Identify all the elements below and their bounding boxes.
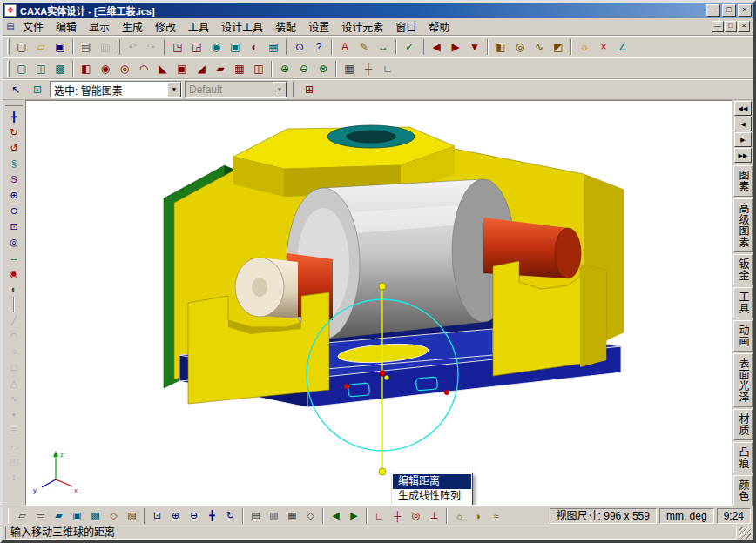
3d-viewport[interactable]: z x y 编辑距离生成线性阵列 bbox=[25, 100, 732, 506]
feature-block-icon[interactable]: ◧ bbox=[77, 60, 96, 77]
axis-toggle-icon[interactable]: ∟ bbox=[370, 507, 388, 524]
stamp-icon[interactable]: ◉ bbox=[206, 38, 226, 56]
helix-icon[interactable]: § bbox=[4, 156, 24, 171]
3dball-center-yellow[interactable] bbox=[384, 375, 388, 379]
mdi-minimize-button[interactable]: — bbox=[712, 21, 724, 32]
menu-item[interactable]: 设置 bbox=[302, 17, 335, 36]
snapshot-icon[interactable]: ▣ bbox=[226, 38, 245, 56]
panel-last-button[interactable]: ▶▶ bbox=[734, 148, 752, 163]
context-menu-item[interactable]: 编辑距离 bbox=[393, 474, 471, 489]
view-next-icon[interactable]: ▶ bbox=[446, 38, 465, 56]
spin-tool-icon[interactable]: ↺ bbox=[4, 140, 24, 156]
box-select-icon[interactable]: ▩ bbox=[51, 60, 70, 77]
close-button[interactable]: × bbox=[738, 4, 752, 17]
hidden-line-icon[interactable]: ▭ bbox=[31, 507, 50, 524]
menu-item[interactable]: 工具 bbox=[182, 17, 215, 36]
point-tool-icon[interactable]: • bbox=[4, 406, 24, 422]
menu-item[interactable]: 设计工具 bbox=[215, 17, 269, 36]
title-bar[interactable]: ❖ CAXA实体设计 - [三维工装.ics] —□× bbox=[3, 3, 753, 18]
catalog-tab[interactable]: 表面光泽 bbox=[733, 353, 753, 407]
sketch-icon[interactable]: ✎ bbox=[354, 38, 374, 56]
save-icon[interactable]: ▣ bbox=[51, 38, 70, 56]
view-iso-icon[interactable]: ◇ bbox=[301, 507, 320, 524]
new-file-icon[interactable]: ▢ bbox=[12, 38, 31, 56]
toolbar-grip[interactable] bbox=[8, 508, 10, 524]
pointer-icon[interactable]: ↖ bbox=[6, 81, 25, 98]
catalog-tab[interactable]: 钣金 bbox=[733, 254, 753, 285]
arc-tool-icon[interactable]: ◠ bbox=[4, 328, 24, 344]
texture-icon[interactable]: ▦ bbox=[264, 38, 283, 56]
menu-item[interactable]: 编辑 bbox=[50, 17, 83, 36]
menu-item[interactable]: 窗口 bbox=[389, 17, 422, 36]
loft-icon[interactable]: ◩ bbox=[549, 38, 568, 56]
toolbar-grip[interactable] bbox=[7, 61, 10, 77]
feature-rib-icon[interactable]: ▰ bbox=[211, 60, 230, 77]
snap-icon[interactable]: ┼ bbox=[359, 60, 378, 77]
menu-item[interactable]: 设计元素 bbox=[335, 17, 389, 36]
toolbar-grip[interactable] bbox=[7, 39, 10, 55]
shadow-toggle-icon[interactable]: ◑ bbox=[469, 507, 487, 524]
circle-tool-icon[interactable]: ○ bbox=[4, 344, 24, 359]
light-toggle-icon[interactable]: ☼ bbox=[450, 507, 469, 524]
feature-chamfer-icon[interactable]: ◣ bbox=[153, 60, 172, 77]
style-dropdown[interactable]: Default ▼ bbox=[185, 81, 287, 98]
pick-mode-icon[interactable]: ⊡ bbox=[28, 81, 47, 98]
menu-item[interactable]: 修改 bbox=[149, 17, 182, 36]
spline-tool-icon[interactable]: ∿ bbox=[4, 391, 24, 406]
catalog-tab[interactable]: 凸痕 bbox=[733, 442, 753, 473]
target-point-icon[interactable]: ◉ bbox=[4, 265, 24, 281]
text-tool-icon[interactable]: A bbox=[335, 38, 354, 56]
maximize-button[interactable]: □ bbox=[722, 4, 736, 17]
render-mode-icon[interactable]: ◐ bbox=[245, 38, 264, 56]
catalog-tab[interactable]: 图素 bbox=[733, 165, 753, 197]
sweep-icon[interactable]: ∿ bbox=[530, 38, 549, 56]
selection-type-dropdown[interactable]: 选中: 智能图素 ▼ bbox=[50, 81, 182, 98]
select-filter-icon[interactable]: ▢ bbox=[12, 60, 31, 77]
print-icon[interactable]: ▤ bbox=[77, 38, 96, 56]
catalog-tab[interactable]: 动画 bbox=[733, 320, 753, 352]
panel-first-button[interactable]: ◀◀ bbox=[734, 101, 752, 116]
menu-item[interactable]: 显示 bbox=[83, 17, 116, 36]
delete-icon[interactable]: × bbox=[594, 38, 613, 56]
context-menu-item[interactable]: 生成线性阵列 bbox=[393, 489, 471, 504]
zoom-in-view-icon[interactable]: ⊕ bbox=[166, 507, 185, 524]
3dball-center-point[interactable] bbox=[380, 371, 385, 376]
grid-toggle-icon[interactable]: ┼ bbox=[388, 507, 407, 524]
smart-select-icon[interactable]: ◫ bbox=[31, 60, 51, 77]
move-3dball-icon[interactable]: ╋ bbox=[4, 109, 24, 124]
measure-icon[interactable]: ∠ bbox=[613, 38, 632, 56]
perspective-icon[interactable]: ◇ bbox=[105, 507, 123, 524]
rotate-tool-icon[interactable]: ↻ bbox=[4, 124, 24, 140]
offset-tool-icon[interactable]: ≡ bbox=[4, 422, 24, 438]
panel-prev-button[interactable]: ◀ bbox=[734, 117, 752, 131]
panel-next-button[interactable]: ▶ bbox=[734, 132, 752, 147]
view-front-icon[interactable]: ▤ bbox=[246, 507, 265, 524]
open-file-icon[interactable]: ▱ bbox=[31, 38, 51, 56]
confirm-check-icon[interactable]: ✓ bbox=[400, 38, 419, 56]
mdi-restore-button[interactable]: □ bbox=[725, 21, 737, 32]
background-icon[interactable]: ▨ bbox=[123, 507, 141, 524]
feature-pattern-icon[interactable]: ▦ bbox=[230, 60, 249, 77]
chevron-down-icon[interactable]: ▼ bbox=[273, 82, 287, 97]
feature-mirror-icon[interactable]: ◫ bbox=[249, 60, 268, 77]
mdi-close-button[interactable]: × bbox=[738, 21, 750, 32]
shaded-edges-icon[interactable]: ▣ bbox=[68, 507, 86, 524]
feature-draft-icon[interactable]: ◢ bbox=[192, 60, 211, 77]
wireframe-mode-icon[interactable]: ▱ bbox=[13, 507, 31, 524]
revolve-icon[interactable]: ◎ bbox=[510, 38, 530, 56]
toolbar-grip[interactable] bbox=[5, 104, 23, 106]
3dball-red-point[interactable] bbox=[444, 390, 449, 395]
view-side-icon[interactable]: ▥ bbox=[265, 507, 283, 524]
view-prev-icon[interactable]: ◀ bbox=[427, 38, 446, 56]
zoom-out-icon[interactable]: ⊖ bbox=[4, 203, 24, 218]
menu-item[interactable]: 帮助 bbox=[422, 17, 456, 36]
boolean-union-icon[interactable]: ⊕ bbox=[275, 60, 294, 77]
ortho-icon[interactable]: ∟ bbox=[378, 60, 397, 77]
feature-hole-icon[interactable]: ◎ bbox=[115, 60, 134, 77]
ortho-toggle-icon[interactable]: ⊥ bbox=[425, 507, 443, 524]
paste-design-icon[interactable]: ◲ bbox=[187, 38, 206, 56]
catalog-tab[interactable]: 高级图素 bbox=[733, 198, 753, 252]
3dball-red-point[interactable] bbox=[344, 384, 349, 389]
light-icon[interactable]: ☼ bbox=[575, 38, 594, 56]
fit-view-icon[interactable]: ◎ bbox=[4, 234, 24, 250]
